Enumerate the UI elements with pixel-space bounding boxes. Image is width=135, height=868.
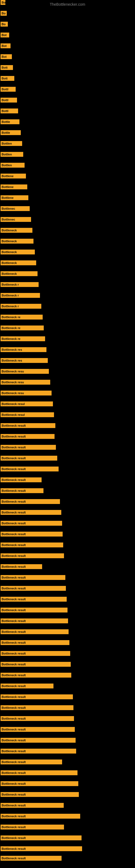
bottleneck-label: Bottleneck result <box>1 673 71 678</box>
bottleneck-label: Bottl <box>1 87 16 92</box>
list-item: Bottleneck result <box>1 749 76 755</box>
list-item: Bottleneck result <box>1 510 61 516</box>
bottleneck-label: Bottleneck result <box>1 846 82 851</box>
bottleneck-label: Bottleneck result <box>1 521 62 526</box>
bottleneck-label: Bottleneck <box>1 260 36 265</box>
bottleneck-label: Bottleneck result <box>1 629 69 634</box>
bottleneck-label: Bott <box>1 65 13 70</box>
list-item: Bottleneck result <box>1 651 70 657</box>
list-item: Bottleneck result <box>1 542 63 549</box>
list-item: Bottleneck r <box>1 293 40 299</box>
bottleneck-label: Bottleneck res <box>1 347 46 352</box>
bottleneck-label: Bottleneck result <box>1 575 65 580</box>
list-item: Bottleneck result <box>1 553 64 559</box>
list-item: Bottleneck result <box>1 445 56 451</box>
list-item: Bottleneck result <box>1 705 74 711</box>
bottleneck-label: Bottleneck result <box>1 814 80 818</box>
list-item: Bottleneck result <box>1 738 76 744</box>
list-item: Bottleneck res <box>1 358 48 364</box>
bottleneck-label: Bottleneck result <box>1 640 70 645</box>
bottleneck-label: Bottlene <box>1 184 27 189</box>
list-item: Bottlen <box>1 163 25 169</box>
list-item: Bo <box>1 0 5 6</box>
bottleneck-label: Bottlen <box>1 152 23 157</box>
bottleneck-label: Bottleneck result <box>1 835 82 840</box>
list-item: Bot <box>1 33 9 38</box>
list-item: Bottleneck result <box>1 814 80 820</box>
bottleneck-label: Bottlen <box>1 163 25 167</box>
list-item: Bottleneck res <box>1 347 46 353</box>
bottleneck-label: Bottleneck result <box>1 434 54 439</box>
bottleneck-label: Bottleneck r <box>1 282 39 287</box>
bottleneck-label: Bottleneck r <box>1 304 41 309</box>
bottleneck-label: Bottleneck result <box>1 445 56 450</box>
bottleneck-label: Bottleneck result <box>1 542 63 547</box>
bottleneck-label: Bottleneck result <box>1 499 60 504</box>
bottleneck-label: Bottleneck result <box>1 727 75 732</box>
list-item: Bottleneck result <box>1 434 54 440</box>
bottleneck-label: Bottleneck result <box>1 803 64 808</box>
bottleneck-label: Bottleneck res <box>1 358 48 363</box>
bottleneck-label: Bottl <box>1 108 18 113</box>
list-item: Bottleneck resul <box>1 412 54 418</box>
list-item: Bottleneck result <box>1 694 73 701</box>
bottleneck-label: Bottleneck <box>1 250 35 254</box>
bottleneck-label: Bottlene <box>1 174 26 179</box>
list-item: Bottleneck re <box>1 336 45 342</box>
list-item: Bottleneck result <box>1 575 65 581</box>
list-item: Bottleneck result <box>1 499 60 505</box>
bottleneck-label: Bottleneck result <box>1 597 67 601</box>
list-item: Bot <box>1 43 10 50</box>
bottleneck-label: Bottleneck result <box>1 705 74 710</box>
bottleneck-label: Bo <box>1 0 5 5</box>
list-item: Bottleneck result <box>1 760 62 766</box>
bottleneck-label: Bottleneck resul <box>1 412 54 417</box>
list-item: Bottleneck result <box>1 792 79 798</box>
bottleneck-label: Bottlenec <box>1 217 31 222</box>
bottleneck-label: Bottleneck result <box>1 651 70 656</box>
bottleneck-label: Bottleneck result <box>1 456 57 461</box>
list-item: Bottleneck result <box>1 803 64 809</box>
bottleneck-label: Bottleneck result <box>1 781 78 786</box>
list-item: Bottleneck result <box>1 673 71 679</box>
list-item: Bottl <box>1 87 16 93</box>
bottleneck-label: Bottleneck result <box>1 488 43 493</box>
bottleneck-label: Bottleneck result <box>1 618 68 623</box>
list-item: Bottleneck result <box>1 640 70 646</box>
list-item: Bottl <box>1 98 17 104</box>
bottleneck-label: Bottleneck result <box>1 608 68 613</box>
list-item: Bottleneck resu <box>1 391 52 397</box>
bottleneck-label: Bottleneck result <box>1 792 79 797</box>
bottleneck-label: Bottleneck resul <box>1 401 53 406</box>
bottleneck-label: Bottlen <box>1 141 22 146</box>
list-item: Bottleneck result <box>1 477 42 484</box>
bottleneck-label: Bottleneck result <box>1 532 63 536</box>
bottleneck-label: Bottleneck result <box>1 760 62 764</box>
list-item: Bottleneck result <box>1 467 58 472</box>
bottleneck-label: Bottleneck result <box>1 716 74 721</box>
bottleneck-label: Bottleneck result <box>1 586 66 591</box>
bottleneck-label: Bottleneck result <box>1 553 64 558</box>
list-item: Bottleneck result <box>1 716 74 722</box>
list-item: Bottleneck r <box>1 282 39 288</box>
bottleneck-label: Bottleneck resu <box>1 380 50 384</box>
list-item: Bottleneck result <box>1 781 78 787</box>
list-item: Bot <box>1 54 12 60</box>
list-item: Bottlen <box>1 141 22 147</box>
bottleneck-label: Bottleneck re <box>1 336 45 341</box>
list-item: Bottlene <box>1 174 26 180</box>
bottleneck-label: Bottleneck result <box>1 738 76 743</box>
list-item: Bottleneck resul <box>1 401 53 407</box>
bottleneck-label: Bottleneck resu <box>1 369 49 374</box>
list-item: Bottleneck re <box>1 326 44 332</box>
list-item: Bottl <box>1 108 18 115</box>
list-item: Bottleneck result <box>1 608 68 614</box>
list-item: Bottleneck result <box>1 727 75 733</box>
list-item: Bottleneck result <box>1 521 62 527</box>
bottleneck-label: Bottleneck r <box>1 293 40 298</box>
bottleneck-label: Bottleneck result <box>1 684 53 688</box>
bottleneck-label: Bot <box>1 43 10 48</box>
list-item: Bottlene <box>1 184 27 190</box>
list-item: Bottlen <box>1 152 23 158</box>
list-item: Bottlenec <box>1 217 31 223</box>
